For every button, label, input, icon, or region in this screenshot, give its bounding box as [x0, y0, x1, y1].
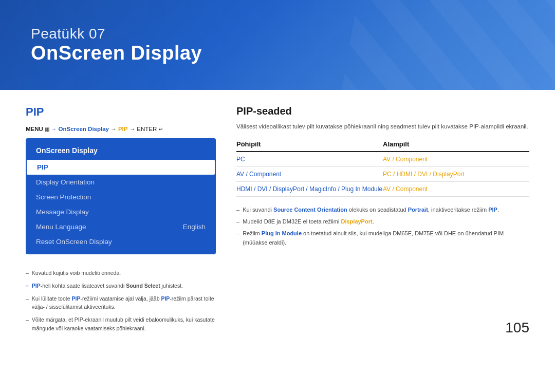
table-row-3-col1: HDMI / DVI / DisplayPort / MagicInfo / P…	[236, 185, 383, 193]
right-note-2: – Mudelid D8E ja DM32E el toeta režiimi …	[236, 217, 529, 227]
menu-item-pip-label: PIP	[37, 163, 48, 171]
osd-menu-title: OnScreen Display	[26, 143, 216, 160]
menu-path-enter: → ENTER	[130, 126, 159, 132]
menu-item-menu-language[interactable]: Menu Language English	[26, 219, 216, 234]
right-dash-2: –	[236, 217, 239, 227]
menu-item-pip[interactable]: PIP	[27, 160, 215, 175]
menu-item-message-display-label: Message Display	[36, 208, 89, 216]
menu-path-onscreen: → OnScreen Display	[51, 126, 109, 132]
menu-item-reset-label: Reset OnScreen Display	[36, 238, 112, 246]
table-row-2-col1: AV / Component	[236, 171, 383, 178]
page-header: Peatükk 07 OnScreen Display	[0, 0, 555, 90]
pip-seaded-desc: Välisest videoallikast tulev pilt kuvata…	[236, 122, 529, 131]
right-note-1: – Kui suvandi Source Content Orientation…	[236, 205, 529, 215]
left-note-3-text: Kui lülitate toote PIP-režiimi vaatamise…	[32, 294, 216, 312]
menu-item-display-orientation-label: Display Orientation	[36, 178, 95, 186]
left-column: PIP MENU ▦ → OnScreen Display → PIP → EN…	[26, 105, 216, 337]
enter-icon: ↵	[159, 126, 163, 132]
pip-section-title: PIP	[26, 105, 216, 119]
left-note-4: – Võite märgata, et PIP-ekraanil muutub …	[26, 315, 216, 333]
table-row-2-col2: PC / HDMI / DVI / DisplayPort	[383, 171, 529, 178]
menu-path-pip: PIP	[118, 126, 128, 132]
col2-header: Alampilt	[383, 140, 529, 148]
dash-1: –	[26, 269, 29, 277]
right-note-3: – Režiim Plug In Module on toetatud ainu…	[236, 229, 529, 248]
left-note-2: – PIP-heli kohta saate lisateavet suvand…	[26, 282, 216, 290]
right-note-2-text: Mudelid D8E ja DM32E el toeta režiimi Di…	[243, 217, 374, 227]
menu-icon: ▦	[45, 126, 51, 132]
left-note-1: – Kuvatud kujutis võib mudeliti erineda.	[26, 269, 216, 277]
table-row-1-col1: PC	[236, 156, 383, 163]
left-notes: – Kuvatud kujutis võib mudeliti erineda.…	[26, 269, 216, 333]
page-number: 105	[505, 320, 529, 336]
chapter-title: OnScreen Display	[31, 42, 524, 64]
table-row-2: AV / Component PC / HDMI / DVI / Display…	[236, 167, 529, 182]
dash-2: –	[26, 282, 29, 290]
table-row-3: HDMI / DVI / DisplayPort / MagicInfo / P…	[236, 182, 529, 197]
left-note-1-text: Kuvatud kujutis võib mudeliti erineda.	[32, 269, 121, 277]
main-content: PIP MENU ▦ → OnScreen Display → PIP → EN…	[0, 90, 555, 347]
table-row-3-col2: AV / Component	[383, 185, 529, 193]
table-header: Põhipilt Alampilt	[236, 140, 529, 152]
menu-item-reset[interactable]: Reset OnScreen Display	[26, 234, 216, 249]
left-note-4-text: Võite märgata, et PIP-ekraanil muutub pi…	[32, 315, 216, 333]
right-note-1-text: Kui suvandi Source Content Orientation o…	[243, 205, 499, 215]
dash-4: –	[26, 315, 29, 324]
menu-item-message-display[interactable]: Message Display	[26, 204, 216, 219]
left-note-2-text: PIP-heli kohta saate lisateavet suvandi …	[32, 282, 183, 290]
menu-item-screen-protection[interactable]: Screen Protection	[26, 190, 216, 204]
menu-item-screen-protection-label: Screen Protection	[36, 193, 91, 201]
menu-path: MENU ▦ → OnScreen Display → PIP → ENTER …	[26, 126, 216, 132]
pip-seaded-title: PIP-seaded	[236, 105, 529, 117]
table-row-1: PC AV / Component	[236, 152, 529, 167]
menu-item-display-orientation[interactable]: Display Orientation	[26, 175, 216, 190]
table-row-1-col2: AV / Component	[383, 156, 529, 163]
right-column: PIP-seaded Välisest videoallikast tulev …	[236, 105, 529, 337]
menu-item-menu-language-label: Menu Language	[36, 223, 86, 231]
right-notes: – Kui suvandi Source Content Orientation…	[236, 205, 529, 248]
dash-3: –	[26, 294, 29, 303]
left-note-3: – Kui lülitate toote PIP-režiimi vaatami…	[26, 294, 216, 312]
right-note-3-text: Režiim Plug In Module on toetatud ainult…	[243, 229, 529, 248]
right-dash-3: –	[236, 229, 239, 238]
right-dash-1: –	[236, 205, 239, 215]
chapter-subtitle: Peatükk 07	[31, 26, 524, 42]
osd-menu: OnScreen Display PIP Display Orientation…	[26, 138, 216, 254]
menu-item-menu-language-value: English	[183, 223, 206, 231]
col1-header: Põhipilt	[236, 140, 383, 148]
menu-path-arrow1: →	[110, 126, 118, 132]
menu-keyword: MENU	[26, 126, 43, 132]
